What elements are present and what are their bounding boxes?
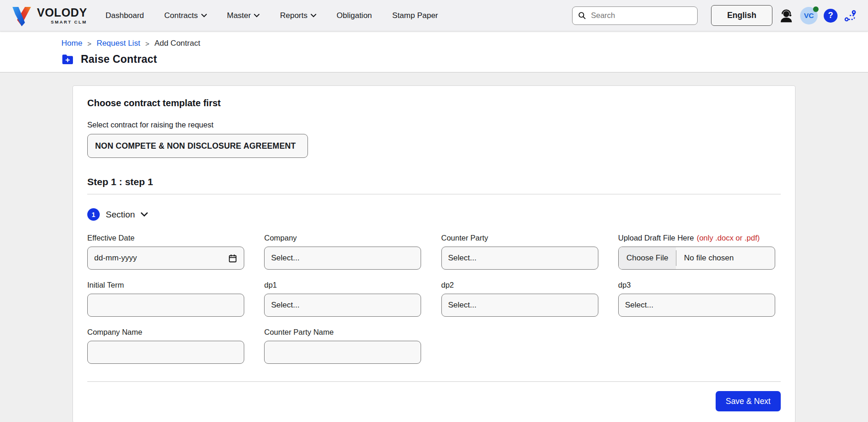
route-icon[interactable]: [844, 9, 857, 22]
section-number-badge: 1: [87, 208, 100, 221]
divider: [87, 194, 781, 194]
counter-party-name-input[interactable]: [264, 341, 421, 364]
field-counter-party-name: Counter Party Name: [264, 328, 427, 364]
draft-file-input[interactable]: Choose File No file chosen: [618, 247, 775, 270]
field-company: Company Select...: [264, 234, 427, 270]
nav-item-master[interactable]: Master: [227, 11, 260, 20]
breadcrumb-link-home[interactable]: Home: [61, 39, 82, 48]
field-dp2: dp2 Select...: [441, 281, 604, 317]
dp2-select[interactable]: Select...: [441, 294, 598, 317]
nav-item-label: Obligation: [337, 11, 372, 20]
search-input[interactable]: [590, 11, 692, 20]
chevron-down-icon: [254, 14, 259, 18]
chevron-down-icon: [141, 212, 148, 217]
field-label: Company Name: [87, 328, 250, 337]
field-label: Initial Term: [87, 281, 250, 289]
select-placeholder: Select...: [271, 301, 299, 310]
field-upload-draft: Upload Draft File Here (only .docx or .p…: [618, 234, 781, 270]
breadcrumb-current: Add Contract: [154, 39, 200, 48]
main-nav: Dashboard Contracts Master Reports Oblig…: [106, 11, 438, 20]
search-box: [572, 6, 698, 25]
title-row: Raise Contract: [61, 53, 868, 66]
field-label: Upload Draft File Here: [618, 234, 694, 242]
dp3-select[interactable]: Select...: [618, 294, 775, 317]
select-placeholder: Select...: [625, 301, 653, 310]
navbar-right: English VC ?: [572, 5, 857, 26]
search-icon: [578, 11, 586, 20]
section-header[interactable]: 1 Section: [87, 208, 148, 221]
nav-item-stamp-paper[interactable]: Stamp Paper: [392, 11, 438, 20]
field-label: Effective Date: [87, 234, 250, 242]
select-placeholder: Select...: [271, 253, 299, 263]
chevron-down-icon: [201, 14, 207, 18]
nav-item-dashboard[interactable]: Dashboard: [106, 11, 144, 20]
main-content: Choose contract template first Select co…: [0, 72, 868, 422]
date-placeholder: dd-mm-yyyy: [94, 253, 137, 263]
field-effective-date: Effective Date dd-mm-yyyy: [87, 234, 250, 270]
volody-logo-icon: [11, 4, 32, 27]
divider: [87, 381, 781, 382]
avatar-initials: VC: [804, 12, 814, 20]
page-title: Raise Contract: [81, 53, 157, 66]
save-next-button[interactable]: Save & Next: [716, 391, 781, 411]
folder-plus-icon: [61, 54, 74, 65]
form-grid: Effective Date dd-mm-yyyy Company Select…: [87, 234, 781, 375]
field-dp1: dp1 Select...: [264, 281, 427, 317]
brand-name: VOLODY: [37, 7, 87, 18]
step-heading: Step 1 : step 1: [87, 176, 781, 187]
file-chosen-status: No file chosen: [676, 253, 734, 263]
section-label: Section: [106, 210, 135, 220]
field-label: dp2: [441, 281, 604, 289]
brand-logo[interactable]: VOLODY SMART CLM: [11, 4, 87, 27]
initial-term-input[interactable]: [87, 294, 244, 317]
choose-file-button[interactable]: Choose File: [619, 247, 676, 269]
help-icon[interactable]: ?: [824, 9, 838, 23]
page-header: Home > Request List > Add Contract Raise…: [0, 31, 868, 72]
nav-item-obligation[interactable]: Obligation: [337, 11, 372, 20]
field-label: Counter Party Name: [264, 328, 427, 337]
nav-item-label: Contracts: [164, 11, 198, 20]
field-label: Company: [264, 234, 427, 242]
field-company-name: Company Name: [87, 328, 250, 364]
select-placeholder: Select...: [448, 253, 476, 263]
breadcrumb-link-request-list[interactable]: Request List: [96, 39, 140, 48]
template-select-value: NON COMPETE & NON DISCLOSURE AGREEMENT: [95, 141, 296, 151]
nav-item-label: Stamp Paper: [392, 11, 438, 20]
help-glyph: ?: [828, 11, 833, 20]
field-label: Counter Party: [441, 234, 604, 242]
field-counter-party: Counter Party Select...: [441, 234, 604, 270]
company-name-input[interactable]: [87, 341, 244, 364]
breadcrumb-separator: >: [87, 40, 91, 48]
nav-item-label: Dashboard: [106, 11, 144, 20]
field-dp3: dp3 Select...: [618, 281, 781, 317]
breadcrumb: Home > Request List > Add Contract: [61, 39, 868, 48]
brand-text: VOLODY SMART CLM: [37, 7, 87, 24]
upload-label-line: Upload Draft File Here (only .docx or .p…: [618, 234, 781, 242]
chevron-down-icon: [311, 14, 316, 18]
field-initial-term: Initial Term: [87, 281, 250, 317]
support-agent-icon[interactable]: [778, 8, 794, 24]
nav-item-contracts[interactable]: Contracts: [164, 11, 207, 20]
card-heading: Choose contract template first: [87, 98, 781, 109]
effective-date-input[interactable]: dd-mm-yyyy: [87, 247, 244, 270]
dp1-select[interactable]: Select...: [264, 294, 421, 317]
select-placeholder: Select...: [448, 301, 476, 310]
template-select[interactable]: NON COMPETE & NON DISCLOSURE AGREEMENT: [87, 134, 308, 158]
nav-item-reports[interactable]: Reports: [280, 11, 316, 20]
field-label: dp1: [264, 281, 427, 289]
language-button[interactable]: English: [711, 5, 772, 26]
template-select-label: Select contract for raising the request: [87, 121, 781, 129]
nav-item-label: Reports: [280, 11, 307, 20]
company-select[interactable]: Select...: [264, 247, 421, 270]
counter-party-select[interactable]: Select...: [441, 247, 598, 270]
field-label: dp3: [618, 281, 781, 289]
avatar[interactable]: VC: [800, 7, 818, 24]
contract-form-card: Choose contract template first Select co…: [72, 85, 796, 422]
breadcrumb-separator: >: [145, 40, 150, 48]
online-status-dot: [813, 6, 819, 12]
top-navbar: VOLODY SMART CLM Dashboard Contracts Mas…: [0, 0, 868, 31]
form-actions: Save & Next: [87, 391, 781, 411]
nav-item-label: Master: [227, 11, 251, 20]
calendar-icon[interactable]: [228, 253, 237, 263]
brand-tagline: SMART CLM: [51, 20, 87, 24]
